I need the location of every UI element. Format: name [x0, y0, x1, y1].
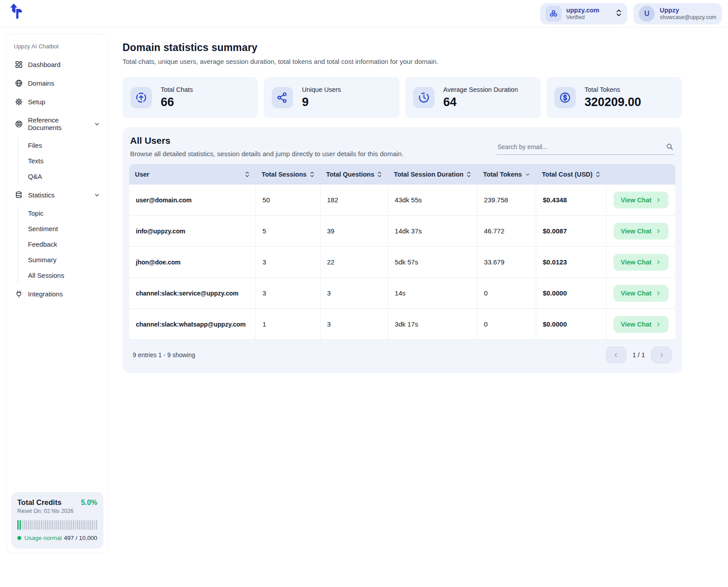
col-header-user[interactable]: User — [129, 164, 256, 185]
statistics-sublist: Topic Sentiment Feedback Summary All Ses… — [18, 206, 101, 283]
sidebar-subitem-qa[interactable]: Q&A — [28, 169, 101, 184]
account-name: Uppzy — [660, 7, 716, 14]
search-input[interactable] — [497, 140, 674, 155]
credits-usage-count: 497 / 10,000 — [64, 535, 97, 541]
page-indicator: 1 / 1 — [633, 351, 645, 359]
chevron-right-icon — [656, 322, 661, 327]
chevron-right-icon — [659, 352, 665, 358]
view-chat-button[interactable]: View Chat — [613, 285, 669, 302]
usage-tick — [47, 520, 48, 530]
col-header-total-questions[interactable]: Total Questions — [320, 164, 388, 185]
col-header-total-cost[interactable]: Total Cost (USD) — [536, 164, 606, 185]
stat-label: Unique Users — [302, 86, 341, 93]
domain-selector[interactable]: uppzy.com Verified — [540, 3, 628, 24]
stat-value: 66 — [161, 95, 193, 109]
view-chat-button[interactable]: View Chat — [613, 192, 669, 209]
cell-questions: 22 — [320, 247, 388, 278]
stat-card-avg-session-duration: Average Session Duration 64 — [405, 77, 541, 118]
sort-desc-icon — [525, 172, 530, 177]
cell-duration: 43dk 55s — [388, 185, 477, 216]
cell-tokens: 239.758 — [477, 185, 536, 216]
credits-percent: 5.0% — [81, 499, 97, 507]
sidebar-subitem-texts[interactable]: Texts — [28, 154, 101, 168]
usage-tick — [58, 520, 59, 530]
usage-tick — [54, 520, 55, 530]
usage-tick — [94, 520, 95, 530]
usage-tick — [96, 520, 97, 530]
stat-label: Average Session Duration — [443, 86, 518, 93]
cell-user: channel:slack:service@uppzy.com — [129, 278, 256, 309]
view-chat-button[interactable]: View Chat — [613, 223, 669, 240]
cell-duration: 3dk 17s — [388, 309, 477, 340]
cell-sessions: 5 — [256, 216, 320, 247]
all-users-subtitle: Browse all detailed statistics, session … — [130, 150, 404, 158]
stat-card-total-tokens: Total Tokens 320209.00 — [546, 77, 682, 118]
stat-value: 64 — [443, 95, 518, 109]
sidebar-subitem-feedback[interactable]: Feedback — [28, 237, 101, 252]
sidebar-subitem-summary[interactable]: Summary — [28, 252, 101, 267]
cell-duration: 5dk 57s — [388, 247, 477, 278]
usage-tick — [49, 520, 51, 530]
next-page-button[interactable] — [651, 347, 672, 363]
sidebar-item-statistics[interactable]: Statistics — [14, 187, 101, 203]
account-menu[interactable]: U Uppzy showcase@uppzy.com — [633, 3, 722, 24]
col-header-actions — [606, 164, 675, 185]
usage-tick — [68, 520, 70, 530]
sidebar-item-label: Statistics — [28, 191, 89, 199]
chevron-right-icon — [656, 291, 661, 296]
chevron-left-icon — [613, 352, 619, 358]
sidebar-item-integrations[interactable]: Integrations — [14, 286, 101, 302]
sidebar-subitem-files[interactable]: Files — [28, 138, 101, 153]
globe-icon — [15, 79, 23, 87]
sidebar-item-domains[interactable]: Domains — [14, 75, 101, 91]
table-row: jhon@doe.com 3 22 5dk 57s 33.679 $0.0123… — [129, 247, 675, 278]
cell-tokens: 46.772 — [477, 216, 536, 247]
cell-questions: 3 — [320, 309, 388, 340]
col-header-total-sessions[interactable]: Total Sessions — [256, 164, 320, 185]
status-dot-icon — [17, 536, 21, 540]
cell-user: info@uppzy.com — [129, 216, 256, 247]
cell-user: channel:slack:whatsapp@uppzy.com — [129, 309, 256, 340]
usage-tick — [34, 520, 36, 530]
app-logo[interactable] — [8, 3, 27, 25]
usage-tick — [75, 520, 76, 530]
stat-label: Total Tokens — [585, 86, 641, 93]
usage-tick — [92, 520, 93, 530]
cell-cost: $0.0000 — [536, 309, 606, 340]
search-box — [497, 140, 674, 155]
sidebar-subitem-sentiment[interactable]: Sentiment — [28, 221, 101, 236]
sidebar-item-setup[interactable]: Setup — [14, 94, 101, 110]
sidebar-subitem-topic[interactable]: Topic — [28, 206, 101, 221]
pagination: 1 / 1 — [606, 347, 672, 363]
sidebar-item-reference-documents[interactable]: Reference Documents — [14, 113, 101, 135]
usage-tick — [36, 520, 38, 530]
cell-duration: 14dk 37s — [388, 216, 477, 247]
usage-tick — [22, 520, 23, 530]
cell-sessions: 3 — [256, 278, 320, 309]
chevron-down-icon — [94, 121, 100, 127]
sidebar-subitem-all-sessions[interactable]: All Sessions — [28, 268, 101, 283]
cell-user: user@domain.com — [129, 185, 256, 216]
credits-reset-date: Reset On: 02 Nis 2026 — [17, 508, 97, 514]
col-header-total-tokens[interactable]: Total Tokens — [477, 164, 536, 185]
domain-cubes-icon — [546, 6, 562, 22]
usage-tick — [24, 520, 25, 530]
cell-tokens: 0 — [477, 309, 536, 340]
view-chat-button[interactable]: View Chat — [613, 254, 669, 271]
cell-user: jhon@doe.com — [129, 247, 256, 278]
view-chat-button[interactable]: View Chat — [613, 316, 669, 333]
sort-icon — [245, 171, 250, 178]
top-bar: uppzy.com Verified U Uppzy showcase@uppz… — [0, 0, 728, 28]
prev-page-button[interactable] — [606, 347, 626, 363]
usage-tick — [32, 520, 34, 530]
main-content: Domain statistics summary Total chats, u… — [115, 28, 689, 373]
reference-documents-sublist: Files Texts Q&A — [18, 138, 101, 184]
credits-usage-bar — [17, 520, 97, 530]
usage-tick — [28, 520, 29, 530]
usage-tick — [45, 520, 46, 530]
cell-cost: $0.0000 — [536, 278, 606, 309]
sidebar-item-dashboard[interactable]: Dashboard — [14, 57, 101, 72]
chevron-updown-icon — [616, 9, 622, 19]
all-users-panel: All Users Browse all detailed statistics… — [123, 127, 682, 373]
col-header-total-session-duration[interactable]: Total Session Duration — [388, 164, 477, 185]
